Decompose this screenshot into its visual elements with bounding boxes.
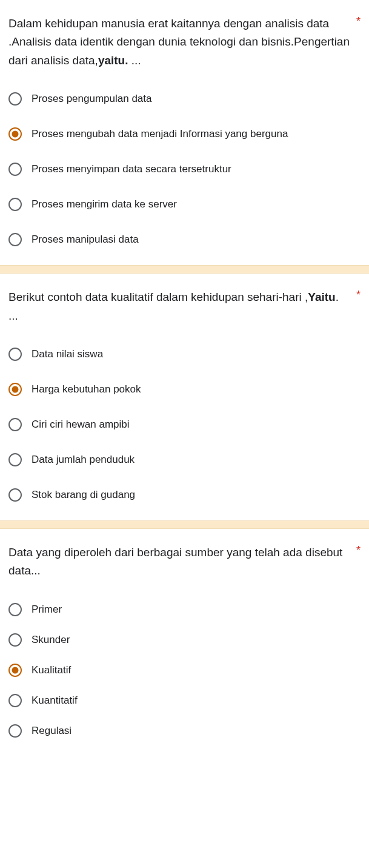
option-row[interactable]: Data nilai siswa bbox=[8, 346, 361, 363]
option-row[interactable]: Regulasi bbox=[8, 722, 361, 739]
question-text-bold: yaitu. bbox=[98, 54, 128, 67]
options-group: Data nilai siswa Harga kebutuhan pokok C… bbox=[8, 346, 361, 503]
question-header: Dalam kehidupan manusia erat kaitannya d… bbox=[8, 15, 361, 70]
required-mark: * bbox=[356, 15, 361, 27]
options-group: Proses pengumpulan data Proses mengubah … bbox=[8, 90, 361, 248]
option-row[interactable]: Ciri ciri hewan ampibi bbox=[8, 416, 361, 433]
option-row[interactable]: Proses pengumpulan data bbox=[8, 90, 361, 107]
required-mark: * bbox=[356, 543, 361, 556]
option-label: Primer bbox=[32, 602, 62, 617]
option-row[interactable]: Harga kebutuhan pokok bbox=[8, 381, 361, 398]
question-header: Berikut contoh data kualitatif dalam keh… bbox=[8, 288, 361, 325]
option-label: Kualitatif bbox=[32, 662, 71, 678]
option-row[interactable]: Proses mengubah data menjadi Informasi y… bbox=[8, 126, 361, 143]
radio-icon[interactable] bbox=[8, 488, 22, 502]
option-label: Proses pengumpulan data bbox=[32, 91, 151, 107]
option-label: Regulasi bbox=[32, 723, 71, 739]
options-group: Primer Skunder Kualitatif Kuantitatif Re… bbox=[8, 601, 361, 739]
question-text: Dalam kehidupan manusia erat kaitannya d… bbox=[8, 15, 351, 70]
radio-icon[interactable] bbox=[8, 233, 22, 246]
option-label: Proses manipulasi data bbox=[32, 232, 139, 247]
question-card-3: Data yang diperoleh dari berbagai sumber… bbox=[0, 529, 369, 745]
question-header: Data yang diperoleh dari berbagai sumber… bbox=[8, 543, 361, 580]
card-separator bbox=[0, 520, 369, 529]
radio-icon[interactable] bbox=[8, 348, 22, 361]
radio-icon[interactable] bbox=[8, 198, 22, 211]
radio-icon[interactable] bbox=[8, 163, 22, 176]
option-row[interactable]: Proses manipulasi data bbox=[8, 231, 361, 248]
option-label: Harga kebutuhan pokok bbox=[32, 382, 141, 397]
option-label: Proses mengubah data menjadi Informasi y… bbox=[32, 126, 288, 142]
option-row[interactable]: Data jumlah penduduk bbox=[8, 451, 361, 468]
card-separator bbox=[0, 265, 369, 274]
option-label: Ciri ciri hewan ampibi bbox=[32, 417, 130, 432]
option-row[interactable]: Proses menyimpan data secara tersetruktu… bbox=[8, 161, 361, 178]
radio-icon[interactable] bbox=[8, 92, 22, 106]
option-row[interactable]: Proses mengirim data ke server bbox=[8, 196, 361, 213]
question-text: Berikut contoh data kualitatif dalam keh… bbox=[8, 288, 351, 325]
question-text-post: ... bbox=[128, 54, 141, 67]
option-label: Data jumlah penduduk bbox=[32, 452, 135, 468]
option-label: Data nilai siswa bbox=[32, 346, 103, 362]
question-text: Data yang diperoleh dari berbagai sumber… bbox=[8, 543, 351, 580]
option-row[interactable]: Skunder bbox=[8, 631, 361, 648]
question-card-2: Berikut contoh data kualitatif dalam keh… bbox=[0, 274, 369, 520]
option-row[interactable]: Kuantitatif bbox=[8, 692, 361, 709]
question-card-1: Dalam kehidupan manusia erat kaitannya d… bbox=[0, 0, 369, 265]
required-mark: * bbox=[356, 288, 361, 300]
option-label: Proses mengirim data ke server bbox=[32, 197, 177, 212]
radio-icon[interactable] bbox=[8, 664, 22, 677]
option-label: Skunder bbox=[32, 632, 70, 648]
radio-icon[interactable] bbox=[8, 633, 22, 647]
radio-icon[interactable] bbox=[8, 127, 22, 141]
question-text-bold: Yaitu bbox=[308, 291, 335, 303]
radio-icon[interactable] bbox=[8, 418, 22, 431]
option-row[interactable]: Kualitatif bbox=[8, 662, 361, 679]
option-label: Stok barang di gudang bbox=[32, 487, 135, 503]
radio-icon[interactable] bbox=[8, 453, 22, 466]
option-label: Kuantitatif bbox=[32, 693, 78, 708]
question-text-pre: Dalam kehidupan manusia erat kaitannya d… bbox=[8, 17, 350, 67]
option-row[interactable]: Primer bbox=[8, 601, 361, 618]
radio-icon[interactable] bbox=[8, 383, 22, 396]
option-row[interactable]: Stok barang di gudang bbox=[8, 486, 361, 503]
question-text-pre: Data yang diperoleh dari berbagai sumber… bbox=[8, 546, 342, 577]
radio-icon[interactable] bbox=[8, 603, 22, 616]
radio-icon[interactable] bbox=[8, 724, 22, 738]
question-text-pre: Berikut contoh data kualitatif dalam keh… bbox=[8, 291, 308, 303]
radio-icon[interactable] bbox=[8, 694, 22, 707]
option-label: Proses menyimpan data secara tersetruktu… bbox=[32, 161, 231, 177]
